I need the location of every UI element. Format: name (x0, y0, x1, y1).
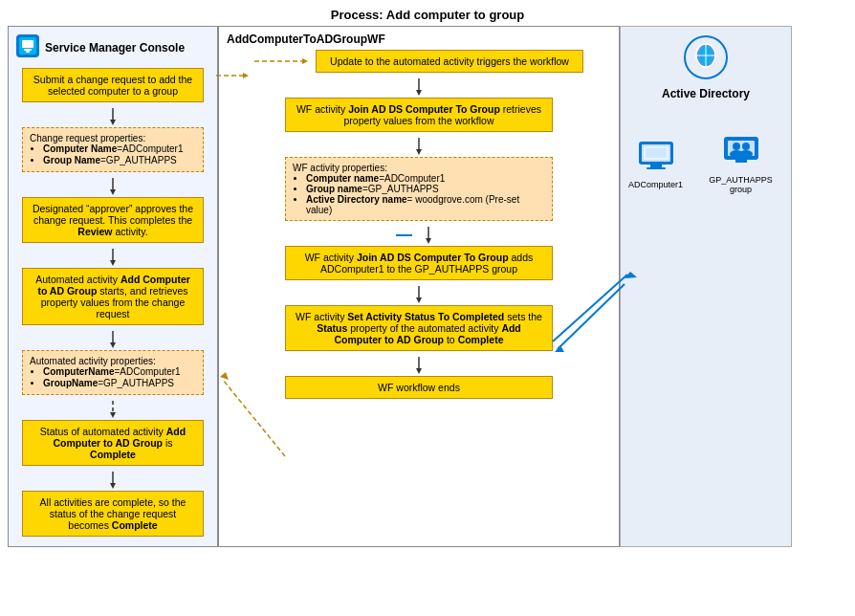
left-panel-title: Service Manager Console (14, 33, 211, 62)
page-title: Process: Add computer to group (0, 0, 855, 26)
svg-marker-28 (416, 297, 422, 303)
arrow-down-m1 (227, 78, 611, 96)
svg-rect-49 (735, 160, 747, 163)
left-panel: Service Manager Console Submit a change … (8, 26, 218, 547)
mid-box-3: WF activity properties: Computer name=AD… (285, 157, 553, 221)
svg-marker-20 (416, 90, 422, 96)
arrow-down-m4 (227, 286, 611, 303)
ad-group-item: GP_AUTHAPPS group (698, 129, 783, 194)
svg-marker-30 (416, 368, 422, 374)
svg-marker-10 (110, 260, 116, 266)
svg-marker-14 (110, 412, 116, 418)
left-box-4: Automated activity Add Computer to AD Gr… (22, 268, 204, 325)
arrow-down-l6 (14, 472, 211, 489)
mid-box-2: WF activity Join AD DS Computer To Group… (285, 98, 553, 132)
left-box-1: Submit a change request to add the selec… (22, 68, 204, 102)
svg-marker-8 (110, 189, 116, 195)
left-box-5: Automated activity properties: ComputerN… (22, 350, 204, 395)
arrow-down-m5 (227, 357, 611, 374)
left-box-7: All activities are complete, so the stat… (22, 491, 204, 537)
left-box-2: Change request properties: Computer Name… (22, 127, 204, 172)
svg-rect-39 (650, 165, 662, 167)
left-box-3: Designated “approver” approves the chang… (22, 197, 204, 243)
svg-marker-12 (110, 342, 116, 348)
svg-rect-3 (24, 49, 32, 51)
mid-box-4: WF activity Join AD DS Computer To Group… (285, 246, 553, 280)
arrow-down-m3 (416, 227, 442, 244)
mid-box-1: Update to the automated activity trigger… (316, 50, 583, 73)
arrow-down-l5 (14, 401, 211, 418)
middle-panel: AddComputerToADGroupWF Update to the aut… (218, 26, 620, 547)
right-panel-title: Active Directory (662, 34, 750, 100)
arrow-down-l3 (14, 249, 211, 266)
left-flow: Submit a change request to add the selec… (14, 68, 211, 540)
ad-group-label: GP_AUTHAPPS group (698, 175, 783, 194)
middle-panel-title: AddComputerToADGroupWF (227, 33, 611, 46)
svg-rect-40 (647, 167, 666, 169)
ad-computer-icon (635, 134, 677, 178)
svg-rect-42 (646, 148, 667, 158)
svg-marker-6 (110, 120, 116, 125)
sm-console-icon (14, 33, 41, 62)
ad-icon-row: ADComputer1 (628, 129, 783, 194)
svg-rect-4 (26, 51, 30, 53)
svg-marker-16 (110, 483, 116, 489)
svg-marker-22 (416, 149, 422, 155)
arrow-down-l4 (14, 331, 211, 348)
mid-flow: Update to the automated activity trigger… (227, 50, 611, 403)
ad-group-icon (720, 129, 762, 173)
ad-computer-label: ADComputer1 (628, 180, 683, 189)
left-box-6: Status of automated activity Add Compute… (22, 420, 204, 466)
mid-box-6: WF workflow ends (285, 376, 553, 399)
svg-marker-18 (302, 58, 308, 64)
mid-box-5: WF activity Set Activity Status To Compl… (285, 305, 553, 351)
arrow-down-m2 (227, 138, 611, 155)
svg-point-45 (733, 143, 740, 150)
svg-point-46 (742, 143, 750, 150)
ad-icons-group: ADComputer1 (628, 129, 783, 194)
ad-computer-item: ADComputer1 (628, 134, 683, 189)
right-panel: Active Directory (620, 26, 792, 547)
svg-point-48 (739, 150, 753, 158)
svg-marker-26 (426, 238, 431, 244)
arrow-down-l2 (14, 178, 211, 195)
arrow-down-l1 (14, 108, 211, 125)
svg-rect-2 (22, 40, 33, 48)
ad-main-icon (662, 34, 750, 83)
